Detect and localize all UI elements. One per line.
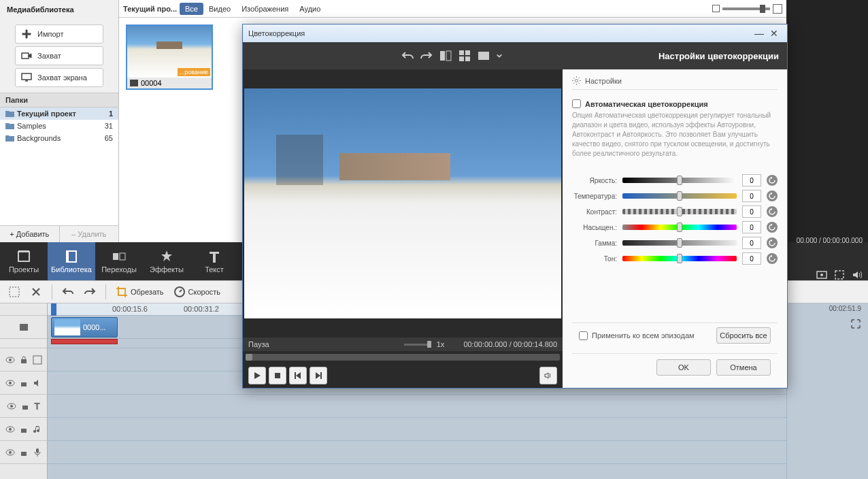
chevron-down-icon[interactable] [496, 49, 503, 63]
add-folder-button[interactable]: + Добавить [0, 226, 60, 242]
folder-item[interactable]: Samples31 [0, 120, 118, 132]
auto-checkbox[interactable] [572, 99, 581, 108]
delete-folder-button[interactable]: – Удалить [60, 226, 119, 242]
delete-button[interactable] [27, 283, 45, 301]
apply-all-checkbox[interactable] [579, 331, 588, 340]
cancel-button[interactable]: Отмена [716, 359, 771, 376]
crop-button[interactable]: Обрезать [113, 283, 167, 301]
dialog-titlebar[interactable]: Цветокоррекция — ✕ [243, 24, 787, 42]
screen-capture-button[interactable]: Захват экрана [15, 68, 103, 87]
module-tab-effects[interactable]: Эффекты [143, 242, 190, 280]
play-icon [253, 371, 261, 380]
music-track-header[interactable] [0, 418, 47, 441]
slider-reset-button[interactable] [767, 175, 778, 186]
slider-track[interactable] [622, 225, 737, 230]
prev-frame-button[interactable] [289, 367, 307, 384]
slider-reset-button[interactable] [767, 206, 778, 217]
text-track[interactable] [48, 395, 786, 418]
slider-thumb[interactable] [677, 222, 682, 232]
slider-thumb[interactable] [677, 176, 682, 185]
slider-value-input[interactable] [742, 190, 761, 202]
plus-icon [21, 29, 32, 39]
transitions-icon [112, 249, 127, 264]
slider-track[interactable] [622, 193, 737, 199]
reset-icon [769, 177, 775, 184]
video-clip[interactable]: 0000... [51, 317, 118, 337]
play-button[interactable] [248, 367, 266, 384]
slider-value-input[interactable] [742, 174, 761, 186]
expand-button[interactable] [850, 318, 861, 331]
slider-track[interactable] [622, 256, 737, 261]
filter-tab-Аудио[interactable]: Аудио [294, 3, 326, 15]
filter-tab-Изображения[interactable]: Изображения [236, 3, 294, 15]
speed-slider[interactable] [404, 344, 431, 346]
audio-clip[interactable] [51, 339, 118, 344]
filter-tab-Все[interactable]: Все [180, 3, 203, 15]
voice-track-header[interactable] [0, 441, 47, 464]
slider-track[interactable] [622, 240, 737, 246]
speed-button[interactable]: Скорость [171, 283, 224, 301]
capture-frame-icon[interactable] [834, 269, 845, 280]
undo-button[interactable] [59, 283, 77, 301]
module-tab-library[interactable]: Библиотека [48, 242, 95, 280]
module-tab-text[interactable]: Текст [190, 242, 238, 280]
slider-reset-button[interactable] [767, 222, 778, 233]
zoom-large-icon [773, 4, 782, 14]
zoom-slider[interactable] [722, 7, 770, 10]
svg-rect-35 [465, 50, 470, 55]
stop-button[interactable] [269, 367, 286, 384]
redo-icon[interactable] [420, 49, 433, 63]
snapshot-icon[interactable] [816, 269, 827, 280]
close-button[interactable]: ✕ [767, 27, 782, 39]
timeline-gutter: T [0, 303, 48, 479]
svg-rect-10 [113, 253, 118, 260]
video-track-header[interactable] [0, 316, 47, 339]
progress-bar[interactable] [246, 354, 560, 361]
auto-checkbox-label[interactable]: Автоматическая цветокоррекция [572, 99, 778, 108]
audio-track-header[interactable] [0, 371, 47, 395]
import-button[interactable]: Импорт [15, 24, 103, 44]
ok-button[interactable]: OK [656, 359, 711, 376]
overlay-track-header[interactable] [0, 348, 47, 371]
module-tab-transitions[interactable]: Переходы [95, 242, 143, 280]
mute-button[interactable] [539, 367, 557, 384]
thumbnail-zoom[interactable] [712, 4, 782, 14]
split-button[interactable] [5, 283, 23, 301]
folder-item[interactable]: Текущий проект1 [0, 108, 118, 120]
music-track[interactable] [48, 418, 786, 441]
slider-thumb[interactable] [677, 238, 682, 248]
slider-thumb[interactable] [677, 254, 682, 263]
media-thumbnail[interactable]: ...рование 00004 [126, 24, 213, 90]
undo-icon[interactable] [401, 49, 414, 63]
capture-button[interactable]: Захват [15, 46, 103, 65]
next-frame-button[interactable] [310, 367, 327, 384]
module-tab-projects[interactable]: Проекты [0, 242, 48, 280]
filter-tab-Видео[interactable]: Видео [203, 3, 236, 15]
compare-split-icon[interactable] [439, 49, 452, 63]
slider-value-input[interactable] [742, 252, 761, 265]
slider-thumb[interactable] [677, 207, 682, 216]
slider-reset-button[interactable] [767, 237, 778, 248]
redo-button[interactable] [81, 283, 99, 301]
slider-value-input[interactable] [742, 237, 761, 249]
image-icon [33, 355, 42, 365]
slider-value-input[interactable] [742, 205, 761, 218]
slider-track[interactable] [622, 209, 737, 214]
playhead[interactable] [51, 303, 56, 316]
reset-all-button[interactable]: Сбросить все [716, 327, 771, 344]
slider-reset-button[interactable] [767, 191, 778, 201]
film-icon [19, 323, 29, 332]
slider-track[interactable] [622, 178, 737, 183]
compare-grid-icon[interactable] [458, 49, 471, 63]
folder-item[interactable]: Backgrounds65 [0, 132, 118, 144]
slider-reset-button[interactable] [767, 253, 778, 264]
minimize-button[interactable]: — [752, 27, 767, 39]
slider-thumb[interactable] [677, 191, 682, 201]
breadcrumb: Текущий про... [123, 5, 177, 13]
text-track-header[interactable]: T [0, 395, 47, 418]
slider-value-input[interactable] [742, 221, 761, 233]
apply-all-label[interactable]: Применить ко всем эпизодам [579, 331, 695, 340]
volume-icon[interactable] [852, 269, 863, 280]
voice-track[interactable] [48, 441, 786, 464]
compare-full-icon[interactable] [477, 49, 490, 63]
